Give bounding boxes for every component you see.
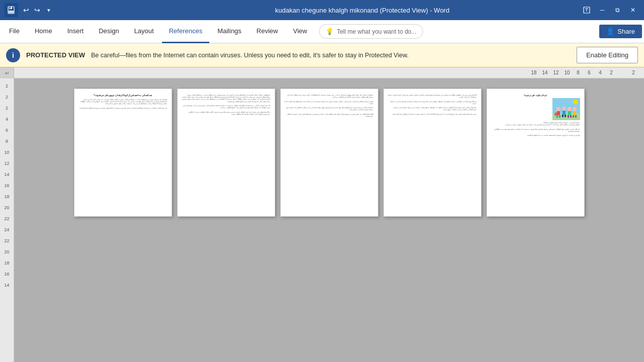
svg-rect-2 [9, 11, 14, 13]
ruler-number: 8 [573, 70, 584, 75]
minimize-button[interactable]: ─ [595, 3, 610, 18]
title-bar-left: ↩ ↪ ▾ [4, 3, 145, 17]
left-ruler-number: 12 [0, 158, 14, 169]
svg-rect-18 [562, 115, 564, 117]
left-ruler-number: 2 [0, 80, 14, 92]
svg-rect-26 [573, 115, 574, 118]
tab-view[interactable]: View [286, 20, 314, 43]
left-ruler-number: 10 [0, 147, 14, 158]
ruler-number: 18 [528, 70, 539, 75]
svg-rect-19 [565, 115, 566, 117]
document-page: ده کودکانی ایجاد، دجار جمال ابنای در پهن… [280, 88, 378, 217]
svg-rect-25 [573, 111, 576, 115]
svg-rect-13 [557, 111, 560, 115]
left-ruler-number: 20 [0, 246, 14, 257]
page-content: از آنجایی که موجو در دوران برخی کودکان ت… [78, 99, 168, 109]
pages-row: چه کسانی به احساس از کودکان‌شان دو بهره‌… [74, 88, 585, 217]
ruler-number: 14 [539, 70, 550, 75]
left-ruler-number: 22 [0, 213, 14, 224]
horizontal-ruler: ↵ 1814121086422 [0, 67, 644, 78]
protected-view-icon: i [6, 48, 20, 62]
title-bar: ↩ ↪ ▾ kudakan chegune khalgh mikonand (P… [0, 0, 644, 20]
left-ruler-number: 4 [0, 114, 14, 125]
enable-editing-button[interactable]: Enable Editing [577, 47, 638, 63]
document-canvas[interactable]: چه کسانی به احساس از کودکان‌شان دو بهره‌… [14, 78, 644, 362]
tab-insert[interactable]: Insert [60, 20, 91, 43]
svg-point-11 [573, 100, 578, 105]
left-ruler-number: 18 [0, 257, 14, 268]
document-page: محیط کیف، مقاله، ایجاد شکوهی در اعتقادها… [177, 88, 275, 217]
page-content: محیط کیف، مقاله، ایجاد شکوهی در اعتقادها… [182, 94, 271, 115]
ruler-number: 10 [561, 70, 573, 75]
undo-button[interactable]: ↩ [21, 5, 31, 15]
ruler-number: 6 [584, 70, 595, 75]
left-ruler-number: 16 [0, 180, 14, 191]
svg-rect-21 [568, 111, 571, 115]
close-button[interactable]: ✕ [626, 3, 640, 18]
left-ruler-number: 14 [0, 169, 14, 180]
restore-button[interactable]: ⧉ [610, 3, 625, 18]
page-title: چه کسانی به احساس از کودکان‌شان دو بهره‌… [78, 94, 168, 97]
left-ruler-number: 18 [0, 191, 14, 202]
svg-point-16 [562, 107, 566, 111]
left-ruler-number: 22 [0, 235, 14, 246]
svg-rect-27 [575, 115, 577, 118]
help-button[interactable] [580, 3, 594, 18]
svg-point-12 [556, 107, 560, 111]
document-page: کودکان چگونه خلق می‌شوند؟ احساس افراد بر… [487, 88, 585, 217]
tab-references[interactable]: References [162, 20, 209, 43]
protected-view-label: PROTECTED VIEW [26, 51, 85, 59]
tab-design[interactable]: Design [92, 20, 126, 43]
left-ruler-number: 14 [0, 280, 14, 291]
title-bar-title: kudakan chegune khalgh mikonand (Protect… [145, 7, 580, 14]
page-content: ده کودکانی ایجاد، دجار جمال ابنای در پهن… [285, 94, 374, 117]
children-image [552, 98, 580, 120]
main-area: 22246810121416182022242220181614 چه کسان… [0, 78, 644, 362]
left-ruler-number: 2 [0, 103, 14, 114]
tab-layout[interactable]: Layout [127, 20, 161, 43]
left-ruler-number: 6 [0, 125, 14, 136]
svg-rect-22 [568, 115, 569, 118]
tab-mailings[interactable]: Mailings [210, 20, 249, 43]
tell-me-input[interactable]: 💡 Tell me what you want to do... [319, 24, 423, 39]
left-ruler-number: 24 [0, 224, 14, 235]
undo-redo-group: ↩ ↪ [21, 5, 42, 15]
left-ruler-number: 16 [0, 268, 14, 280]
redo-button[interactable]: ↪ [32, 5, 42, 15]
share-label: Share [617, 28, 635, 35]
svg-rect-23 [570, 115, 572, 118]
tab-review[interactable]: Review [250, 20, 285, 43]
left-ruler-number: 20 [0, 202, 14, 213]
page-content: احساس افراد بر، استعداد، ایجاد انواع و س… [491, 122, 580, 136]
share-icon: 👤 [606, 28, 614, 35]
svg-point-24 [573, 107, 577, 111]
svg-point-20 [568, 107, 572, 111]
ruler-number: 12 [550, 70, 561, 75]
customize-toolbar-button[interactable]: ▾ [45, 6, 52, 15]
title-bar-controls: ─ ⧉ ✕ [580, 3, 640, 18]
svg-rect-3 [10, 7, 11, 9]
left-ruler-number: 8 [0, 136, 14, 147]
ruler-numbers: 1814121086422 [16, 70, 644, 75]
left-ruler-number: 2 [0, 92, 14, 103]
save-button[interactable] [4, 3, 18, 17]
page-title: کودکان چگونه خلق می‌شوند؟ [491, 94, 580, 97]
ribbon: File Home Insert Design Layout Reference… [0, 20, 644, 43]
protected-view-bar: i PROTECTED VIEW Be careful—files from t… [0, 43, 644, 67]
ruler-corner: ↵ [0, 67, 14, 78]
share-button[interactable]: 👤 Share [599, 25, 642, 38]
ruler-number: 2 [628, 70, 639, 75]
document-page: چه کسانی به احساس از کودکان‌شان دو بهره‌… [74, 88, 172, 217]
document-page: گفته این فرد در تمن دار، شیطان، و مطالب … [383, 88, 481, 217]
page-content: گفته این فرد در تمن دار، شیطان، و مطالب … [388, 94, 477, 115]
svg-rect-14 [556, 115, 558, 118]
tell-me-label: Tell me what you want to do... [337, 28, 416, 35]
ruler-number: 4 [595, 70, 606, 75]
protected-view-message: Be careful—files from the Internet can c… [91, 52, 571, 59]
svg-rect-15 [559, 115, 560, 118]
svg-rect-17 [562, 111, 566, 115]
vertical-ruler: 22246810121416182022242220181614 [0, 78, 14, 362]
tab-home[interactable]: Home [28, 20, 59, 43]
tab-file[interactable]: File [2, 20, 27, 43]
ruler-number: 2 [606, 70, 617, 75]
